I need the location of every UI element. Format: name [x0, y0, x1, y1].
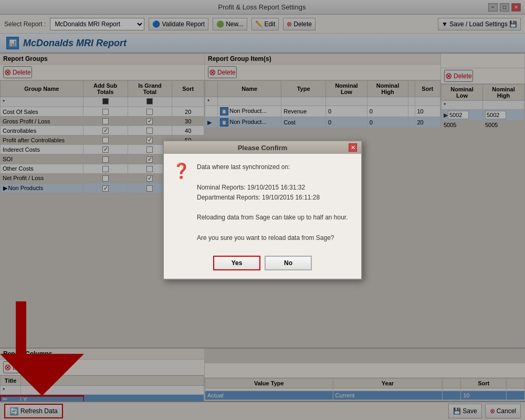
- nominal-reports-text: Nominal Reports: 19/10/2015 16:31:32: [197, 183, 348, 193]
- modal-close-button[interactable]: ✕: [349, 143, 357, 152]
- modal-body-text: Data where last synchronized on:: [197, 162, 348, 172]
- modal-buttons: Yes No: [164, 251, 361, 279]
- modal-body: ❓ Data where last synchronized on: Nomin…: [164, 154, 361, 251]
- modal-title-bar: Please Confirm ✕: [164, 141, 361, 154]
- confirm-modal: Please Confirm ✕ ❓ Data where last synch…: [163, 140, 362, 280]
- reload-text: Reloading data from Sage can take up to …: [197, 213, 348, 223]
- departmental-reports-text: Departmental Reports: 19/10/2015 16:11:2…: [197, 193, 348, 203]
- modal-overlay: Please Confirm ✕ ❓ Data where last synch…: [0, 0, 525, 420]
- question-icon: ❓: [172, 162, 191, 243]
- modal-text-content: Data where last synchronized on: Nominal…: [197, 162, 348, 243]
- yes-button[interactable]: Yes: [213, 256, 260, 270]
- no-button[interactable]: No: [265, 256, 312, 270]
- confirm-text: Are you sure you want to reload data fro…: [197, 233, 348, 243]
- modal-title: Please Confirm: [176, 144, 349, 152]
